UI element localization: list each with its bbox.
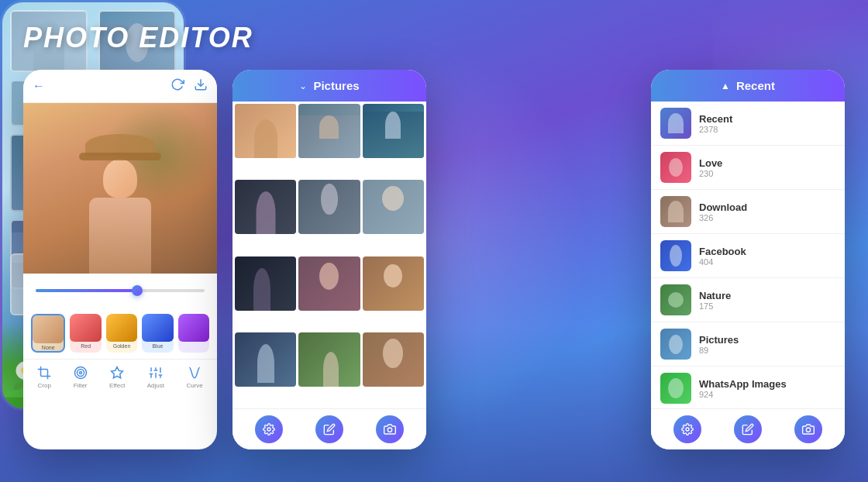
recent-count-whatsapp: 924 [699,390,835,399]
toolbar-crop[interactable]: Crop [37,366,51,389]
recent-info-love: Love 230 [699,157,835,178]
filter-none-label: None [33,345,64,350]
grid-item-5[interactable] [298,180,360,234]
filter-none[interactable]: None [31,314,65,353]
toolbar-adjust-label: Adjust [147,382,164,389]
toolbar-effect[interactable]: Effect [109,366,125,389]
filter-golden[interactable]: Golden [106,314,137,353]
chevron-up-icon[interactable]: ▲ [721,81,730,91]
recent-thumb-pictures [660,329,691,360]
recent-count-pictures: 89 [699,346,835,355]
pictures-header: ⌄ Pictures [232,70,426,102]
grid-item-9[interactable] [363,256,424,311]
pictures-edit-button[interactable] [315,415,343,443]
slider-area [23,274,217,308]
app-title: PHOTO EDITOR [23,22,253,54]
recent-item-nature[interactable]: Nature 175 [651,278,845,322]
toolbar-crop-label: Crop [38,382,51,389]
recent-thumb-recent [660,108,691,139]
recent-title: Recent [736,79,775,92]
recent-thumb-facebook [660,240,691,271]
recent-info-recent: Recent 2378 [699,113,835,134]
recent-name-facebook: Facebook [699,246,835,257]
grid-item-8[interactable] [298,256,360,311]
recent-name-whatsapp: WhatsApp Images [699,378,835,390]
phone-editor: ← [23,70,217,449]
editor-toolbar: Crop Filter Effect Adjust Curve [23,359,217,395]
recent-camera-button[interactable] [794,415,822,443]
recent-info-whatsapp: WhatsApp Images 924 [699,378,835,399]
recent-header: ▲ Recent [651,70,845,102]
recent-count-love: 230 [699,169,835,178]
rotate-icon[interactable] [170,77,184,95]
back-icon[interactable]: ← [33,79,45,93]
recent-name-pictures: Pictures [699,334,835,346]
svg-point-38 [806,428,810,432]
recent-info-download: Download 326 [699,201,835,222]
filter-extra[interactable] [178,314,209,353]
recent-name-love: Love [699,157,835,169]
toolbar-effect-label: Effect [109,382,125,389]
grid-item-2[interactable] [298,104,360,158]
grid-item-7[interactable] [235,256,296,311]
recent-count-nature: 175 [699,301,835,311]
recent-count-facebook: 404 [699,257,835,267]
recent-thumb-nature [660,284,691,315]
recent-item-love[interactable]: Love 230 [651,146,845,190]
pictures-camera-button[interactable] [376,415,404,443]
grid-item-6[interactable] [363,180,424,234]
slider-fill [36,289,137,292]
phone-recent: ▲ Recent Recent 2378 Love [651,70,845,449]
recent-info-facebook: Facebook 404 [699,246,835,267]
recent-item-recent[interactable]: Recent 2378 [651,102,845,146]
recent-info-nature: Nature 175 [699,290,835,311]
grid-item-10[interactable] [235,332,296,387]
toolbar-filter[interactable]: Filter [74,366,88,389]
recent-count-download: 326 [699,213,835,222]
chevron-down-icon[interactable]: ⌄ [299,81,307,91]
toolbar-curve-label: Curve [186,382,202,389]
recent-count-recent: 2378 [699,125,835,134]
pictures-settings-button[interactable] [255,415,283,443]
recent-thumb-love [660,152,691,183]
grid-item-4[interactable] [235,180,296,234]
recent-item-facebook[interactable]: Facebook 404 [651,234,845,278]
toolbar-filter-label: Filter [74,382,88,389]
recent-settings-button[interactable] [673,415,701,443]
pictures-title: Pictures [313,79,359,92]
editor-photo-area [23,103,217,274]
svg-point-2 [77,370,84,377]
recent-list: Recent 2378 Love 230 Dow [651,102,845,408]
recent-thumb-download [660,196,691,227]
recent-name-download: Download [699,201,835,213]
pictures-bottom [232,408,426,449]
grid-item-12[interactable] [363,332,424,387]
svg-point-3 [79,372,81,374]
slider-thumb[interactable] [132,285,143,296]
recent-item-whatsapp[interactable]: WhatsApp Images 924 [651,367,845,408]
phone-pictures: ⌄ Pictures [232,70,426,449]
brightness-slider[interactable] [36,289,205,292]
recent-thumb-whatsapp [660,373,691,404]
grid-item-3[interactable] [363,104,424,158]
filter-red[interactable]: Red [70,314,101,353]
recent-name-nature: Nature [699,290,835,301]
filter-blue[interactable]: Blue [142,314,173,353]
svg-point-37 [686,428,689,431]
grid-item-1[interactable] [235,104,296,158]
toolbar-curve[interactable]: Curve [186,366,202,389]
recent-item-pictures[interactable]: Pictures 89 [651,322,845,367]
filter-red-label: Red [70,343,101,349]
toolbar-adjust[interactable]: Adjust [147,366,164,389]
photo-grid [232,102,426,408]
recent-edit-button[interactable] [734,415,762,443]
grid-item-11[interactable] [298,332,360,387]
recent-item-download[interactable]: Download 326 [651,190,845,234]
svg-point-14 [388,428,391,432]
recent-name-recent: Recent [699,113,835,125]
filter-row: None Red Golden Blue [23,308,217,359]
filter-blue-label: Blue [142,343,173,349]
download-icon[interactable] [194,77,208,95]
recent-info-pictures: Pictures 89 [699,334,835,355]
editor-header: ← [23,70,217,103]
